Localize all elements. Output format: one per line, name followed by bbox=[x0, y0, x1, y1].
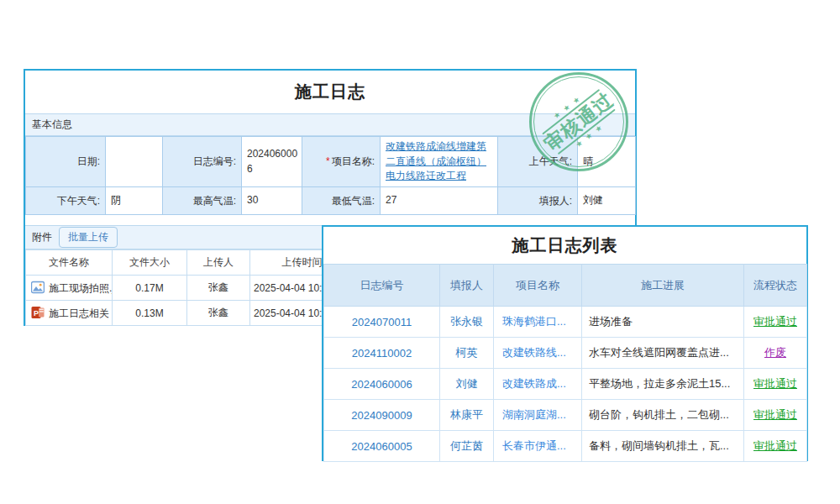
status-link[interactable]: 审批通过 bbox=[753, 315, 797, 328]
log-no-link[interactable]: 2024070011 bbox=[324, 307, 440, 338]
basic-info-section-label: 基本信息 bbox=[32, 118, 72, 132]
image-file-icon bbox=[31, 281, 45, 294]
status-cell: 审批通过 bbox=[744, 369, 807, 400]
log-no-link[interactable]: 2024060005 bbox=[324, 431, 440, 462]
progress-text: 平整场地，拉走多余泥土15... bbox=[582, 369, 744, 400]
log-list-table: 日志编号 填报人 项目名称 施工进展 流程状态 2024070011 张永银 珠… bbox=[323, 264, 807, 462]
reporter-link[interactable]: 张永银 bbox=[440, 307, 494, 338]
table-row: 2024060005 何芷茵 长春市伊通... 备料，砌间墙钩机排土，瓦... … bbox=[324, 431, 807, 462]
attach-header-filesize: 文件大小 bbox=[113, 250, 187, 276]
table-row: 2024090009 林康平 湖南洞庭湖... 砌台阶，钩机排土，二包砌... … bbox=[324, 400, 807, 431]
attach-header-filename: 文件名称 bbox=[26, 250, 113, 276]
basic-info-section-bar: 基本信息 bbox=[25, 113, 635, 136]
form-spacer bbox=[25, 215, 635, 225]
status-cell: 审批通过 bbox=[744, 400, 807, 431]
table-row: 2024060006 刘健 改建铁路成... 平整场地，拉走多余泥土15... … bbox=[324, 369, 807, 400]
max-temp-label: 最高气温: bbox=[163, 187, 242, 215]
required-asterisk: * bbox=[326, 155, 330, 167]
project-name-label: *项目名称: bbox=[302, 137, 381, 187]
project-name-link[interactable]: 改建铁路成渝线增建第二直通线（成渝枢纽）电力线路迁改工程 bbox=[386, 140, 486, 181]
attachment-uploader: 张鑫 bbox=[187, 276, 250, 301]
pm-weather-value: 阴 bbox=[106, 187, 163, 215]
basic-info-table: 日期: 日志编号: 2024060006 *项目名称: 改建铁路成渝线增建第二直… bbox=[25, 136, 636, 215]
project-link[interactable]: 珠海鹤港口... bbox=[494, 307, 582, 338]
list-header-reporter: 填报人 bbox=[440, 265, 494, 307]
batch-upload-button[interactable]: 批量上传 bbox=[59, 227, 118, 248]
min-temp-value: 27 bbox=[381, 187, 498, 215]
attachment-file-name[interactable]: 施工现场拍照.j bbox=[49, 282, 113, 294]
status-link[interactable]: 作废 bbox=[764, 346, 786, 359]
log-no-link[interactable]: 2024090009 bbox=[324, 400, 440, 431]
log-no-value: 2024060006 bbox=[242, 137, 302, 187]
date-label: 日期: bbox=[26, 137, 106, 187]
reporter-link[interactable]: 林康平 bbox=[440, 400, 494, 431]
project-link[interactable]: 长春市伊通... bbox=[494, 431, 582, 462]
project-name-cell: 改建铁路成渝线增建第二直通线（成渝枢纽）电力线路迁改工程 bbox=[381, 137, 498, 187]
am-weather-label: 上午天气: bbox=[498, 137, 578, 187]
max-temp-value: 30 bbox=[242, 187, 302, 215]
am-weather-value: 晴 bbox=[578, 137, 636, 187]
project-link[interactable]: 湖南洞庭湖... bbox=[494, 400, 582, 431]
progress-text: 备料，砌间墙钩机排土，瓦... bbox=[582, 431, 744, 462]
reporter-link[interactable]: 何芷茵 bbox=[440, 431, 494, 462]
list-header-progress: 施工进展 bbox=[582, 265, 744, 307]
table-row: 2024110002 柯英 改建铁路线... 水车对全线遮阳网覆盖点进... 作… bbox=[324, 338, 807, 369]
ppt-file-icon: P bbox=[31, 306, 45, 319]
status-cell: 审批通过 bbox=[744, 307, 807, 338]
reporter-label: 填报人: bbox=[498, 187, 578, 215]
attachment-file-size: 0.13M bbox=[113, 301, 187, 326]
construction-log-list-panel: 施工日志列表 日志编号 填报人 项目名称 施工进展 流程状态 202407001… bbox=[322, 225, 808, 461]
status-link[interactable]: 审批通过 bbox=[753, 377, 797, 390]
form-title-row: 施工日志 bbox=[25, 71, 635, 113]
pm-weather-label: 下午天气: bbox=[26, 187, 106, 215]
date-value bbox=[106, 137, 163, 187]
list-title-row: 施工日志列表 bbox=[323, 227, 806, 264]
table-row: 2024070011 张永银 珠海鹤港口... 进场准备 审批通过 bbox=[324, 307, 807, 338]
progress-text: 水车对全线遮阳网覆盖点进... bbox=[582, 338, 744, 369]
progress-text: 砌台阶，钩机排土，二包砌... bbox=[582, 400, 744, 431]
log-no-link[interactable]: 2024110002 bbox=[324, 338, 440, 369]
attach-header-uploader: 上传人 bbox=[187, 250, 250, 276]
status-cell: 审批通过 bbox=[744, 431, 807, 462]
attachment-file-size: 0.17M bbox=[113, 276, 187, 301]
reporter-link[interactable]: 柯英 bbox=[440, 338, 494, 369]
log-no-label: 日志编号: bbox=[163, 137, 242, 187]
attachment-file-cell: P 施工日志相关 bbox=[26, 301, 113, 326]
form-title: 施工日志 bbox=[295, 81, 365, 103]
attachment-file-name[interactable]: 施工日志相关 bbox=[49, 307, 109, 319]
list-header-status: 流程状态 bbox=[744, 265, 807, 307]
attachments-label: 附件 bbox=[32, 230, 52, 244]
log-no-link[interactable]: 2024060006 bbox=[324, 369, 440, 400]
list-header-project: 项目名称 bbox=[494, 265, 582, 307]
status-cell: 作废 bbox=[744, 338, 807, 369]
attachment-uploader: 张鑫 bbox=[187, 301, 250, 326]
status-link[interactable]: 审批通过 bbox=[753, 408, 797, 421]
reporter-value: 刘健 bbox=[578, 187, 636, 215]
status-link[interactable]: 审批通过 bbox=[753, 439, 797, 452]
list-title: 施工日志列表 bbox=[512, 234, 618, 257]
min-temp-label: 最低气温: bbox=[302, 187, 381, 215]
page: 施工日志 基本信息 日期: 日志编号: 2024060006 *项目名称: 改建… bbox=[0, 0, 840, 504]
attachment-file-cell: 施工现场拍照.j bbox=[26, 276, 113, 301]
project-link[interactable]: 改建铁路线... bbox=[494, 338, 582, 369]
svg-text:P: P bbox=[34, 308, 39, 317]
progress-text: 进场准备 bbox=[582, 307, 744, 338]
list-header-log-no: 日志编号 bbox=[324, 265, 440, 307]
reporter-link[interactable]: 刘健 bbox=[440, 369, 494, 400]
project-link[interactable]: 改建铁路成... bbox=[494, 369, 582, 400]
